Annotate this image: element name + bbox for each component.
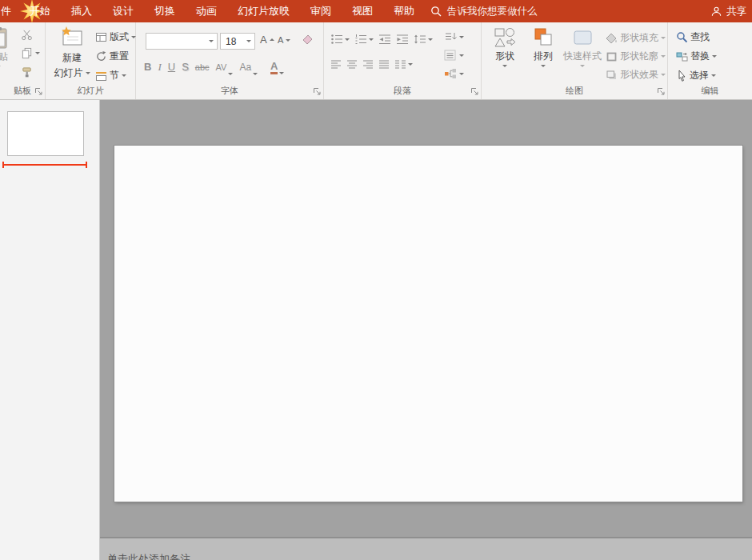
text-direction-button[interactable] [444,31,464,42]
font-dialog-launcher-icon[interactable] [313,87,322,96]
decrease-indent-button[interactable] [378,34,391,45]
smartart-caret-icon [459,73,464,75]
numbering-icon [354,34,367,45]
text-direction-icon [444,31,457,42]
ribbon: 粘贴 贴板 [0,22,752,100]
replace-button[interactable]: 替换 [676,50,717,63]
align-center-icon [346,59,358,70]
underline-button[interactable]: U [168,59,175,75]
editing-canvas [100,100,752,537]
search-placeholder: 告诉我你想要做什么 [447,5,538,18]
grow-font-button[interactable]: A [260,34,274,46]
paragraph-dialog-launcher-icon[interactable] [470,87,479,96]
increase-indent-button[interactable] [396,34,409,45]
tell-me-search[interactable]: 告诉我你想要做什么 [430,0,538,22]
shape-fill-icon [606,33,618,44]
strikethrough-button[interactable]: abc [195,59,210,75]
find-button[interactable]: 查找 [676,30,710,44]
shape-effects-icon [606,70,618,81]
paste-label: 粘贴 [0,50,8,64]
shape-fill-button[interactable]: 形状填充 [606,31,666,45]
bullets-button[interactable] [330,34,350,45]
slide-1-thumbnail[interactable] [7,111,84,156]
align-right-button[interactable] [362,59,374,70]
font-size-combobox[interactable]: 18 [220,33,255,50]
decrease-indent-icon [378,34,391,45]
align-left-button[interactable] [330,59,342,70]
cut-button[interactable] [21,29,33,41]
layout-icon [95,32,107,43]
columns-caret-icon [408,63,413,66]
shapes-button[interactable]: 形状 [486,27,523,67]
tab-view[interactable]: 视图 [342,0,383,22]
section-button[interactable]: 节 [95,69,126,82]
font-group-label: 字体 [136,85,323,97]
clear-formatting-button[interactable] [301,34,314,46]
font-color-button[interactable]: A [270,60,284,74]
line-spacing-caret-icon [428,38,433,41]
italic-button[interactable]: I [158,59,161,75]
drawing-dialog-launcher-icon[interactable] [657,87,666,96]
titlebar: 件 开始 插入 设计 切换 动画 幻灯片放映 审阅 [0,0,752,22]
scissors-icon [21,29,33,41]
tab-file[interactable]: 件 [0,0,19,22]
share-button[interactable]: 共享 [710,0,746,22]
tab-home[interactable]: 开始 [19,0,61,22]
paste-caret-icon [0,66,1,68]
convert-to-smartart-button[interactable] [444,68,464,79]
shape-outline-button[interactable]: 形状轮廓 [606,50,666,63]
shape-effects-button[interactable]: 形状效果 [606,68,666,82]
editing-group-label: 编辑 [668,85,752,97]
tab-slideshow[interactable]: 幻灯片放映 [227,0,300,22]
tab-animations[interactable]: 动画 [186,0,227,22]
paste-icon [0,26,8,49]
quick-styles-button[interactable]: 快速样式 [562,27,603,67]
shrink-font-button[interactable]: A [278,35,290,45]
search-icon [430,6,442,17]
notes-pane[interactable]: 单击此处添加备注 [100,538,752,560]
reset-button[interactable]: 重置 [95,50,129,63]
tab-help[interactable]: 帮助 [383,0,425,22]
quick-styles-caret-icon [580,65,585,67]
bold-button[interactable]: B [144,59,151,75]
ribbon-tab-strip: 件 开始 插入 设计 切换 动画 幻灯片放映 审阅 [0,0,425,22]
change-case-button[interactable]: Aa [239,59,258,75]
format-painter-button[interactable] [21,66,33,78]
numbering-button[interactable] [354,34,374,45]
columns-button[interactable] [394,59,413,70]
eraser-icon [301,34,314,46]
ribbon-group-clipboard: 粘贴 贴板 [0,22,46,99]
share-label: 共享 [726,5,746,18]
bullets-icon [330,34,343,45]
tab-design[interactable]: 设计 [102,0,144,22]
text-shadow-button[interactable]: S [182,59,189,75]
arrange-button[interactable]: 排列 [525,27,562,67]
find-icon [676,31,688,43]
clipboard-dialog-launcher-icon[interactable] [34,87,43,96]
slide-editing-surface[interactable] [114,146,742,502]
line-spacing-button[interactable] [414,34,433,45]
layout-button[interactable]: 版式 [95,30,136,44]
select-button[interactable]: 选择 [676,69,716,82]
new-slide-button[interactable]: 新建 幻灯片 [50,26,94,80]
paragraph-group-label: 段落 [324,85,481,97]
tab-insert[interactable]: 插入 [61,0,102,22]
replace-caret-icon [712,55,717,58]
select-caret-icon [711,74,716,77]
justify-button[interactable] [378,59,390,70]
font-name-combobox[interactable] [146,33,218,50]
character-spacing-button[interactable]: AV [216,59,234,75]
align-text-button[interactable] [444,50,464,61]
new-slide-label-line1: 新建 [62,51,82,65]
copy-button[interactable] [21,47,40,59]
tab-review[interactable]: 审阅 [300,0,342,22]
slides-group-label: 幻灯片 [46,85,135,97]
tab-transitions[interactable]: 切换 [144,0,186,22]
slide-insertion-indicator [2,164,87,166]
ribbon-group-slides: 新建 幻灯片 版式 重置 [46,22,136,99]
align-left-icon [330,59,342,70]
paste-button[interactable]: 粘贴 [0,26,18,68]
align-center-button[interactable] [346,59,358,70]
font-name-caret-icon [209,40,214,42]
line-spacing-icon [414,34,426,45]
